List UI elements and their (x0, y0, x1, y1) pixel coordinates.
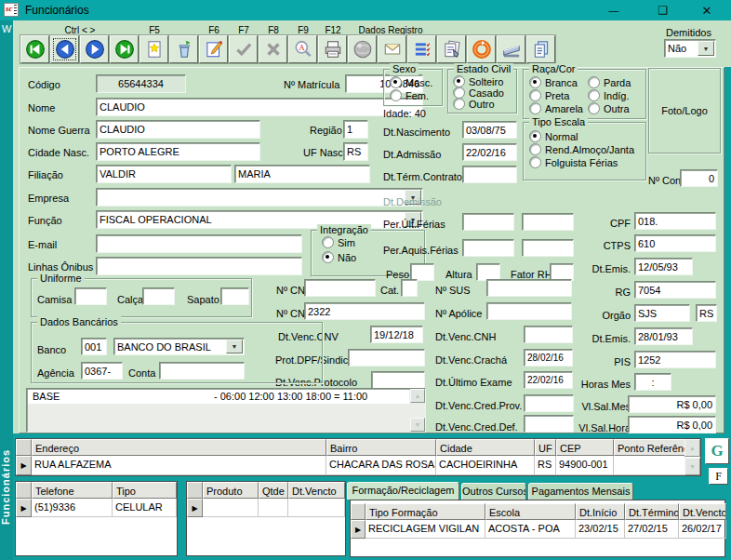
confirm-button[interactable] (229, 35, 258, 63)
banco-code-field[interactable]: 001 (81, 338, 107, 355)
radio-dot[interactable] (322, 251, 334, 263)
edit-record-button[interactable] (199, 35, 228, 63)
raca-parda-radio[interactable]: Parda (588, 76, 631, 88)
banco-dropdown-icon[interactable]: ▼ (226, 340, 243, 353)
cell-tipo[interactable]: CELULAR (113, 499, 177, 517)
radio-dot[interactable] (390, 89, 402, 101)
radio-dot[interactable] (529, 156, 541, 168)
cell-escola[interactable]: ACOSTA - POA (485, 520, 576, 539)
regiao-field[interactable]: 1 (343, 120, 368, 139)
horas-mes-field[interactable]: : (634, 373, 671, 391)
nome-field[interactable]: CLAUDIO (96, 98, 423, 116)
vl-sal-hora-field[interactable]: R$ 0,00 (628, 416, 716, 433)
scan-button[interactable] (497, 35, 525, 63)
empresa-combo[interactable]: ▼ (96, 188, 423, 207)
tab-formacao-reciclagem[interactable]: Formação/Reciclagem (347, 482, 459, 500)
schedule-memo[interactable]: BASE - 06:00 12:00 13:00 18:00 = 11:00 ▲… (26, 388, 426, 433)
radio-dot[interactable] (588, 89, 600, 101)
integracao-sim-radio[interactable]: Sim (322, 236, 355, 248)
raca-indig-radio[interactable]: Indíg. (588, 89, 630, 101)
memo-scroll-down[interactable]: ▼ (410, 418, 425, 432)
radio-dot[interactable] (588, 76, 600, 88)
orgao-field[interactable]: SJS (634, 304, 690, 322)
minimize-button[interactable]: — (600, 0, 628, 20)
dt-emis-ctps-field[interactable]: 12/05/93 (634, 258, 693, 275)
uf-nasc-field[interactable]: RS (343, 142, 368, 161)
funcao-combo[interactable]: FISCAL OPERACIONAL ▼ (96, 210, 423, 229)
checklist-button[interactable] (407, 35, 436, 63)
sexo-fem-radio[interactable]: Fem. (390, 89, 429, 101)
tab-pagamentos-mensais[interactable]: Pagamentos Mensais (528, 483, 633, 500)
dt-term-contrato-field[interactable] (462, 166, 517, 183)
raca-amarela-radio[interactable]: Amarela (529, 102, 583, 114)
demitidos-dropdown-icon[interactable]: ▼ (698, 41, 714, 56)
dt-nascimento-field[interactable]: 03/08/75 (462, 121, 517, 139)
delete-record-button[interactable] (169, 35, 198, 63)
raca-branca-radio[interactable]: Branca (529, 76, 578, 88)
training-row[interactable]: ▶ RECICLAGEM VIGILAN ACOSTA - POA 23/02/… (351, 520, 724, 539)
cell-ponto-referencia[interactable] (614, 456, 685, 475)
prot-dpf-field[interactable] (348, 349, 425, 367)
dt-emis-rg-field[interactable]: 28/01/93 (634, 327, 693, 345)
foto-logo-box[interactable]: Foto/Logo (648, 68, 721, 153)
cell-produto[interactable] (203, 499, 259, 517)
ctps-field[interactable]: 610 (634, 234, 716, 252)
next-record-button[interactable] (80, 35, 109, 63)
rg-field[interactable]: 7054 (634, 281, 716, 299)
agencia-field[interactable]: 0367- (81, 362, 123, 380)
per-aquis-ferias-field-1[interactable] (462, 239, 514, 257)
search-button[interactable]: A (288, 35, 317, 63)
prior-record-button[interactable] (50, 35, 79, 63)
copy-button[interactable] (526, 35, 555, 63)
email-button[interactable] (378, 35, 406, 63)
filiacao-field-1[interactable]: VALDIR (96, 165, 232, 183)
dt-admissao-field[interactable]: 22/02/16 (462, 143, 517, 161)
pis-field[interactable]: 1252 (634, 351, 716, 368)
radio-dot[interactable] (529, 130, 541, 142)
cell-telefone[interactable]: (51)9336 (32, 499, 113, 517)
banco-combo[interactable]: BANCO DO BRASIL ▼ (113, 338, 245, 355)
web-button[interactable] (348, 35, 377, 63)
camisa-field[interactable] (74, 287, 107, 305)
demitidos-combo[interactable]: Não ▼ (664, 39, 716, 58)
cell-dt-termino[interactable]: 27/02/15 (625, 520, 679, 539)
nome-guerra-field[interactable]: CLAUDIO (96, 120, 260, 139)
orgao-uf-field[interactable]: RS (696, 304, 717, 322)
cell-tipo-formacao[interactable]: RECICLAGEM VIGILAN (366, 520, 485, 539)
filiacao-field-2[interactable]: MARIA (234, 165, 370, 183)
maximize-button[interactable]: ❑ (649, 0, 677, 20)
cidade-nasc-field[interactable]: PORTO ALEGRE (96, 142, 260, 161)
radio-dot[interactable] (453, 98, 465, 110)
memo-scroll-up[interactable]: ▲ (410, 389, 425, 403)
radio-dot[interactable] (529, 143, 541, 155)
notes-button[interactable] (437, 35, 466, 63)
cell-qtde[interactable] (259, 499, 288, 517)
address-scroll-up[interactable]: ▲ (684, 439, 700, 457)
n-cnh-field[interactable] (304, 279, 376, 297)
email-field[interactable] (96, 234, 302, 253)
close-button[interactable]: ✕ (693, 0, 721, 20)
cell-dt-inicio[interactable]: 23/02/15 (576, 520, 625, 539)
calca-field[interactable] (142, 287, 175, 305)
n-cnv-field[interactable]: 2322 (304, 302, 425, 320)
estado-outro-radio[interactable]: Outro (453, 98, 495, 110)
last-record-button[interactable] (110, 35, 139, 63)
cat-field[interactable] (401, 279, 418, 297)
radio-dot[interactable] (529, 102, 541, 114)
address-scroll-down[interactable]: ▼ (684, 458, 700, 475)
cell-bairro[interactable]: CHACARA DAS ROSAS (326, 456, 436, 475)
cell-cidade[interactable]: CACHOEIRINHA (436, 456, 535, 475)
per-ult-ferias-field-1[interactable] (462, 213, 514, 231)
radio-dot[interactable] (390, 76, 402, 88)
dt-venc-cnv-field[interactable]: 19/12/18 (370, 326, 423, 343)
integracao-nao-radio[interactable]: Não (322, 251, 356, 263)
first-record-button[interactable] (20, 35, 49, 63)
cell-uf[interactable]: RS (535, 456, 556, 475)
radio-dot[interactable] (322, 236, 334, 248)
address-row[interactable]: ▶ RUA ALFAZEMA CHACARA DAS ROSAS CACHOEI… (16, 456, 700, 475)
cell-endereco[interactable]: RUA ALFAZEMA (32, 456, 326, 475)
new-record-button[interactable] (140, 35, 168, 63)
conta-field[interactable] (159, 362, 245, 380)
escala-normal-radio[interactable]: Normal (529, 130, 578, 142)
linhas-onibus-field[interactable] (96, 257, 302, 275)
